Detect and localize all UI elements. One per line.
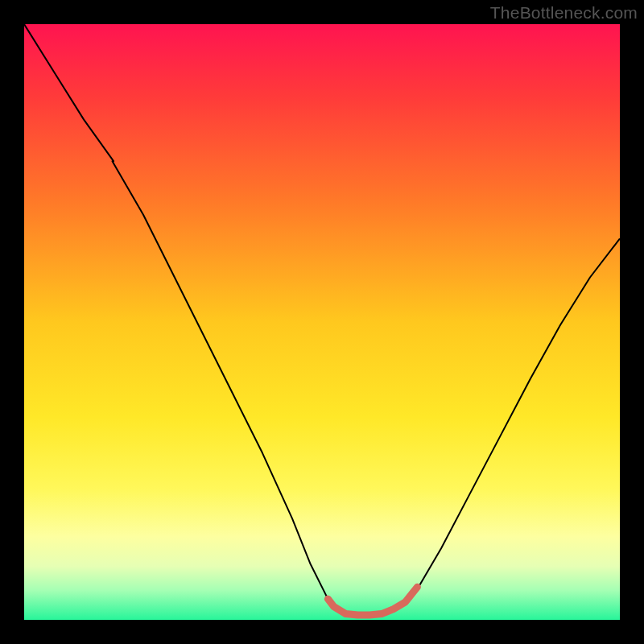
chart-frame: TheBottleneck.com — [0, 0, 644, 644]
watermark-label: TheBottleneck.com — [490, 3, 638, 23]
plot-area — [24, 24, 620, 620]
chart-svg — [24, 24, 620, 620]
gradient-background — [24, 24, 620, 620]
